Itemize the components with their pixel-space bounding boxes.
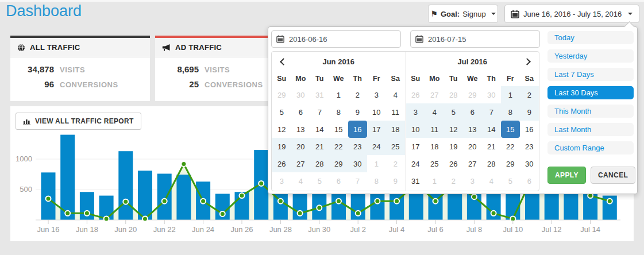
calendar-day[interactable]: 21 bbox=[482, 138, 501, 155]
range-option-last-30-days[interactable]: Last 30 Days bbox=[547, 86, 634, 99]
view-all-traffic-report-button[interactable]: VIEW ALL TRAFFIC REPORT bbox=[16, 113, 141, 130]
range-option-today[interactable]: Today bbox=[547, 31, 634, 44]
calendar-day[interactable]: 10 bbox=[367, 103, 386, 121]
x-axis-tick-label: Jul 8 bbox=[466, 225, 482, 234]
calendar-day[interactable]: 13 bbox=[463, 121, 482, 138]
calendar-day[interactable]: 24 bbox=[406, 155, 425, 172]
calendar-day[interactable]: 8 bbox=[501, 103, 520, 121]
calendar-day[interactable]: 27 bbox=[291, 155, 310, 172]
conversions-point bbox=[394, 199, 399, 204]
calendar-day[interactable]: 12 bbox=[444, 121, 463, 138]
apply-button[interactable]: APPLY bbox=[547, 167, 586, 184]
calendar-day[interactable]: 19 bbox=[272, 138, 291, 155]
calendar-day[interactable]: 3 bbox=[406, 103, 425, 121]
range-option-custom-range[interactable]: Custom Range bbox=[547, 141, 634, 154]
calendar-day[interactable]: 23 bbox=[348, 138, 367, 155]
calendar-day[interactable]: 28 bbox=[310, 155, 329, 172]
calendar-day[interactable]: 23 bbox=[520, 138, 539, 155]
range-option-this-month[interactable]: This Month bbox=[547, 105, 634, 118]
end-date-input[interactable] bbox=[410, 30, 540, 48]
calendar-day[interactable]: 18 bbox=[386, 121, 405, 138]
calendar-day[interactable]: 27 bbox=[463, 155, 482, 172]
prev-month-button[interactable] bbox=[280, 58, 287, 65]
calendar-day[interactable]: 1 bbox=[501, 86, 520, 103]
calendars-container: Jun 2016 SuMoTuWeThFrSa29303112345678910… bbox=[271, 51, 539, 191]
calendar-day: 4 bbox=[482, 172, 501, 190]
calendar-day[interactable]: 11 bbox=[425, 121, 444, 138]
calendar-day-selected[interactable]: 16 bbox=[348, 121, 367, 138]
calendar-day[interactable]: 18 bbox=[425, 138, 444, 155]
flag-icon: ⚑ bbox=[430, 10, 438, 18]
calendar-day[interactable]: 25 bbox=[386, 138, 405, 155]
goal-label: Goal: bbox=[441, 10, 460, 18]
calendar-day[interactable]: 7 bbox=[310, 103, 329, 121]
calendar-day: 2 bbox=[386, 155, 405, 172]
cancel-button[interactable]: CANCEL bbox=[591, 167, 635, 184]
calendar-day: 26 bbox=[406, 86, 425, 103]
calendar-day[interactable]: 5 bbox=[444, 103, 463, 121]
start-date-input[interactable] bbox=[271, 30, 401, 48]
calendar-day[interactable]: 11 bbox=[386, 103, 405, 121]
calendar-day-selected[interactable]: 15 bbox=[501, 121, 520, 138]
globe-icon bbox=[17, 44, 25, 52]
calendar-day[interactable]: 9 bbox=[348, 103, 367, 121]
y-axis-tick-label: 500 bbox=[20, 185, 32, 194]
calendar-day[interactable]: 29 bbox=[329, 155, 348, 172]
conversions-point bbox=[84, 211, 90, 216]
calendar-day: 1 bbox=[425, 172, 444, 190]
calendar-day: 7 bbox=[348, 172, 367, 190]
calendar-day[interactable]: 20 bbox=[291, 138, 310, 155]
calendar-day[interactable]: 8 bbox=[329, 103, 348, 121]
goal-selector-button[interactable]: ⚑ Goal: Signup bbox=[428, 5, 498, 23]
calendar-day[interactable]: 26 bbox=[272, 155, 291, 172]
calendar-day[interactable]: 6 bbox=[291, 103, 310, 121]
calendar-day[interactable]: 24 bbox=[367, 138, 386, 155]
calendar-day[interactable]: 28 bbox=[482, 155, 501, 172]
calendar-day[interactable]: 7 bbox=[482, 103, 501, 121]
range-option-yesterday[interactable]: Yesterday bbox=[547, 49, 634, 63]
calendar-day: 1 bbox=[367, 155, 386, 172]
calendar-day[interactable]: 2 bbox=[520, 86, 539, 103]
calendar-day[interactable]: 10 bbox=[406, 121, 425, 138]
calendar-day[interactable]: 19 bbox=[444, 138, 463, 155]
calendar-day[interactable]: 30 bbox=[348, 155, 367, 172]
calendar-day[interactable]: 6 bbox=[463, 103, 482, 121]
range-option-last-7-days[interactable]: Last 7 Days bbox=[547, 68, 634, 81]
calendar-day[interactable]: 15 bbox=[329, 121, 348, 138]
calendar-day[interactable]: 4 bbox=[425, 103, 444, 121]
calendar-day[interactable]: 25 bbox=[425, 155, 444, 172]
calendar-day[interactable]: 12 bbox=[272, 121, 291, 138]
weekday-label: Sa bbox=[520, 71, 539, 86]
calendar-day[interactable]: 29 bbox=[501, 155, 520, 172]
calendar-day[interactable]: 14 bbox=[310, 121, 329, 138]
calendar-day[interactable]: 20 bbox=[463, 138, 482, 155]
calendar-day[interactable]: 1 bbox=[329, 86, 348, 103]
range-option-last-month[interactable]: Last Month bbox=[547, 123, 634, 136]
calendar-day[interactable]: 17 bbox=[367, 121, 386, 138]
calendar-day[interactable]: 30 bbox=[520, 155, 539, 172]
calendar-day: 3 bbox=[463, 172, 482, 190]
daterange-button[interactable]: June 16, 2016 - July 15, 2016 bbox=[504, 5, 639, 23]
caret-down-icon bbox=[491, 13, 496, 15]
calendar-day[interactable]: 13 bbox=[291, 121, 310, 138]
calendar-day[interactable]: 26 bbox=[444, 155, 463, 172]
calendar-day[interactable]: 17 bbox=[406, 138, 425, 155]
conversions-point bbox=[336, 199, 341, 204]
calendar-day[interactable]: 4 bbox=[386, 86, 405, 103]
calendar-day[interactable]: 14 bbox=[482, 121, 501, 138]
calendar-day[interactable]: 31 bbox=[406, 172, 425, 190]
calendar-day[interactable]: 9 bbox=[520, 103, 539, 121]
next-month-button[interactable] bbox=[523, 58, 531, 65]
calendar-day[interactable]: 22 bbox=[501, 138, 520, 155]
calendar-day[interactable]: 3 bbox=[367, 86, 386, 103]
calendar-day[interactable]: 16 bbox=[520, 121, 539, 138]
calendar-day[interactable]: 5 bbox=[272, 103, 291, 121]
conversions-point bbox=[65, 211, 70, 216]
calendar-day[interactable]: 21 bbox=[310, 138, 329, 155]
calendar-day: 8 bbox=[367, 172, 386, 190]
card-title: ALL TRAFFIC bbox=[30, 43, 80, 52]
calendar-day: 30 bbox=[482, 86, 501, 103]
calendar-day[interactable]: 22 bbox=[329, 138, 348, 155]
range-list: TodayYesterdayLast 7 DaysLast 30 DaysThi… bbox=[547, 31, 635, 160]
calendar-day[interactable]: 2 bbox=[348, 86, 367, 103]
